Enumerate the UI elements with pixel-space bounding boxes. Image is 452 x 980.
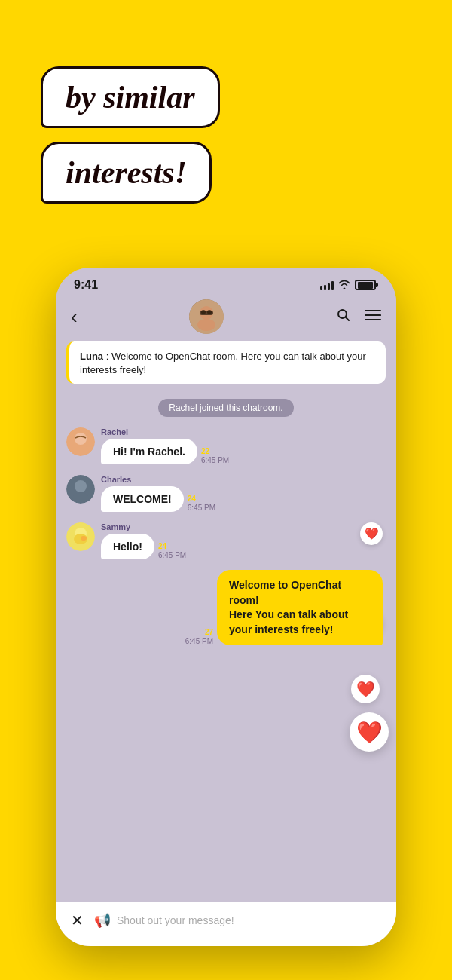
- sender-name-charles: Charles: [101, 475, 215, 484]
- battery-icon: [355, 280, 378, 290]
- message-row-rachel: Rachel Hi! I'm Rachel. 22 6:45 PM: [66, 427, 386, 464]
- chat-messages-area: Rachel joined this chatroom. Rachel Hi! …: [56, 388, 396, 841]
- msg-time-rachel: 6:45 PM: [201, 456, 229, 464]
- message-row-sammy: Sammy Hello! 24 6:45 PM ❤️: [66, 522, 386, 559]
- search-icon[interactable]: [336, 308, 351, 326]
- phone-mockup: 9:41: [56, 268, 396, 946]
- svg-point-3: [201, 310, 206, 314]
- message-input-area[interactable]: 📢 Shout out your message!: [94, 912, 381, 929]
- message-content-sammy: Sammy Hello! 24 6:45 PM: [101, 522, 186, 559]
- back-button[interactable]: ‹: [71, 305, 78, 329]
- heart-reaction-3[interactable]: ❤️: [351, 675, 380, 703]
- msg-time-own: 6:45 PM: [185, 637, 213, 645]
- msg-meta-charles: 24 6:45 PM: [188, 495, 215, 512]
- status-icons: [320, 279, 378, 292]
- heart-reaction-4[interactable]: ❤️: [350, 712, 389, 752]
- heart-reaction-1[interactable]: ❤️: [360, 522, 383, 545]
- sender-name-rachel: Rachel: [101, 427, 229, 436]
- svg-point-12: [72, 492, 89, 503]
- header-avatar[interactable]: [189, 299, 224, 334]
- status-bar: 9:41: [56, 268, 396, 296]
- bubble-2-text: interests!: [66, 155, 187, 190]
- bubbles-container: by similar interests!: [41, 66, 220, 204]
- msg-bubble-rachel: Hi! I'm Rachel.: [101, 439, 197, 464]
- status-time: 9:41: [74, 278, 98, 292]
- chat-header: ‹: [56, 296, 396, 341]
- message-content-charles: Charles WELCOME! 24 6:45 PM: [101, 475, 215, 512]
- avatar-sammy[interactable]: [66, 522, 95, 551]
- bubble-2: interests!: [41, 142, 212, 204]
- pinned-sender: Luna: [80, 351, 103, 362]
- avatar-charles[interactable]: [66, 475, 95, 504]
- msg-bubble-sammy: Hello!: [101, 534, 154, 559]
- bubble-1-text: by similar: [66, 80, 195, 115]
- header-action-icons: [336, 308, 381, 326]
- message-content-rachel: Rachel Hi! I'm Rachel. 22 6:45 PM: [101, 427, 229, 464]
- bottom-bar: ✕ 📢 Shout out your message!: [56, 902, 396, 946]
- system-bubble: Rachel joined this chatroom.: [158, 399, 293, 417]
- msg-count-own: 27: [205, 628, 213, 636]
- msg-count-rachel: 22: [201, 447, 229, 455]
- msg-time-sammy: 6:45 PM: [158, 551, 186, 559]
- msg-meta-rachel: 22 6:45 PM: [201, 447, 229, 464]
- own-message-area: Welcome to OpenChat room!Here You can ta…: [66, 570, 386, 645]
- close-button[interactable]: ✕: [71, 911, 84, 929]
- svg-point-16: [81, 536, 87, 541]
- signal-icon: [320, 280, 334, 290]
- wifi-icon: [337, 279, 351, 292]
- pinned-message: Luna : Welcome to OpenChat room. Here yo…: [66, 341, 386, 384]
- app-background: by similar interests! 9:41: [0, 0, 452, 980]
- system-message: Rachel joined this chatroom.: [66, 399, 386, 417]
- msg-bubble-charles: WELCOME!: [101, 486, 184, 512]
- svg-point-5: [197, 319, 215, 331]
- msg-meta-sammy: 24 6:45 PM: [158, 542, 186, 559]
- sender-name-sammy: Sammy: [101, 522, 186, 531]
- pinned-text: : Welcome to OpenChat room. Here you can…: [80, 351, 366, 375]
- avatar-rachel[interactable]: [66, 427, 95, 456]
- bubble-1: by similar: [41, 66, 220, 128]
- msg-count-sammy: 24: [158, 542, 186, 550]
- msg-meta-own: 27 6:45 PM: [185, 628, 213, 645]
- input-placeholder: Shout out your message!: [117, 914, 234, 926]
- svg-point-11: [75, 480, 87, 492]
- msg-count-charles: 24: [188, 495, 215, 503]
- svg-point-8: [75, 433, 87, 445]
- megaphone-icon: 📢: [94, 912, 111, 929]
- svg-point-9: [72, 445, 89, 455]
- message-row-charles: Charles WELCOME! 24 6:45 PM: [66, 475, 386, 512]
- msg-bubble-own: Welcome to OpenChat room!Here You can ta…: [217, 570, 383, 645]
- msg-time-charles: 6:45 PM: [188, 504, 215, 512]
- menu-icon[interactable]: [365, 309, 381, 324]
- svg-point-4: [207, 310, 212, 314]
